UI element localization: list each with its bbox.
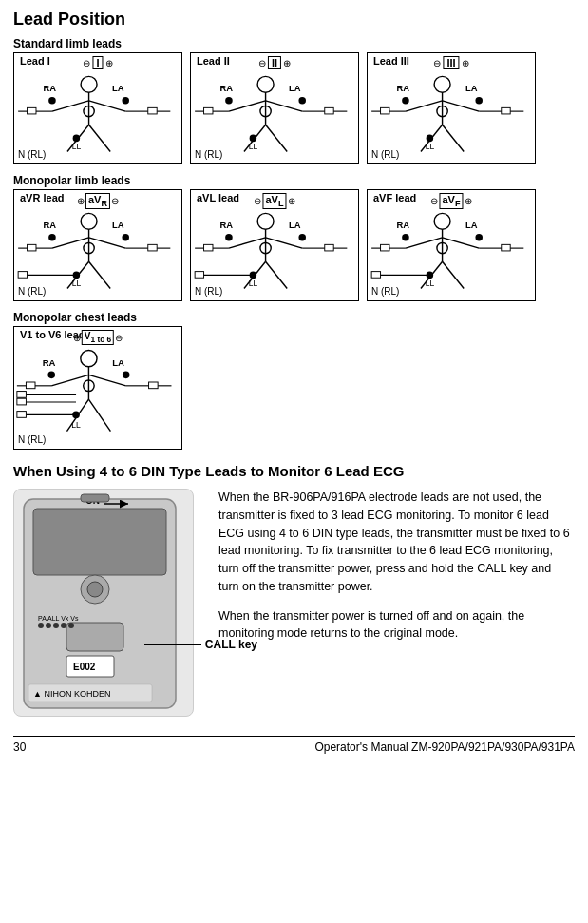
svg-text:RA: RA bbox=[220, 83, 234, 93]
svg-point-60 bbox=[122, 234, 129, 241]
call-key-line bbox=[144, 644, 201, 645]
svg-rect-74 bbox=[148, 244, 157, 251]
lead-i-box: Lead I ⊖ I ⊕ RA LA bbox=[13, 52, 182, 164]
svg-line-109 bbox=[443, 261, 465, 288]
avf-box: aVF lead ⊖ aVF ⊕ RA LA bbox=[367, 189, 536, 301]
v1v6-nrl: N (RL) bbox=[18, 434, 46, 445]
text-content: When the BR-906PA/916PA electrode leads … bbox=[218, 489, 575, 717]
svg-text:LA: LA bbox=[112, 357, 124, 368]
avl-nrl: N (RL) bbox=[195, 286, 222, 297]
svg-text:RA: RA bbox=[397, 83, 410, 93]
svg-rect-119 bbox=[371, 272, 380, 279]
call-key-label: CALL key bbox=[144, 638, 257, 651]
svg-rect-144 bbox=[17, 398, 27, 405]
svg-text:LA: LA bbox=[465, 220, 478, 230]
svg-text:RA: RA bbox=[43, 357, 56, 368]
lead-iii-box: Lead III ⊖ III ⊕ RA LA bbox=[367, 52, 536, 164]
svg-text:PA ALL Vx Vs: PA ALL Vx Vs bbox=[38, 615, 79, 622]
svg-text:LA: LA bbox=[112, 83, 124, 93]
svg-rect-33 bbox=[204, 107, 213, 114]
svg-rect-149 bbox=[66, 623, 123, 651]
device-svg: ON PA ALL Vx Vs bbox=[14, 490, 195, 718]
svg-point-153 bbox=[53, 623, 59, 628]
avl-top-label: aVL lead bbox=[197, 192, 239, 203]
svg-point-161 bbox=[87, 582, 103, 597]
lead-ii-figure: RA LA LL bbox=[191, 67, 358, 160]
avr-nrl: N (RL) bbox=[18, 286, 46, 297]
svg-point-122 bbox=[47, 372, 55, 379]
svg-text:LL: LL bbox=[249, 279, 258, 288]
lead-iii-section-label: Lead III bbox=[373, 55, 409, 67]
svg-text:LA: LA bbox=[112, 220, 124, 230]
device-container: ON PA ALL Vx Vs bbox=[13, 489, 203, 717]
svg-text:E002: E002 bbox=[73, 662, 96, 672]
avl-figure: RA LA LL bbox=[191, 203, 358, 297]
svg-rect-140 bbox=[17, 412, 27, 418]
svg-rect-71 bbox=[28, 244, 36, 251]
svg-point-43 bbox=[434, 76, 450, 92]
svg-point-125 bbox=[81, 351, 97, 367]
svg-rect-137 bbox=[149, 382, 159, 389]
svg-point-151 bbox=[38, 623, 44, 628]
monopolar-limb-row: aVR lead ⊕ aVR ⊖ RA LA bbox=[13, 189, 575, 301]
svg-rect-162 bbox=[81, 494, 109, 502]
footer: 30 Operator's Manual ZM-920PA/921PA/930P… bbox=[13, 736, 575, 754]
svg-point-5 bbox=[81, 76, 97, 92]
svg-rect-92 bbox=[204, 244, 213, 251]
svg-point-81 bbox=[298, 234, 306, 241]
avf-figure: RA LA LL bbox=[368, 203, 535, 297]
svg-rect-17 bbox=[148, 107, 157, 114]
svg-point-2 bbox=[48, 97, 56, 105]
monopolar-limb-label: Monopolar limb leads bbox=[13, 174, 575, 187]
v1-v6-box: V1 to V6 leads ⊕ V1 to 6 ⊖ RA LA bbox=[13, 326, 182, 450]
svg-point-101 bbox=[402, 234, 409, 241]
svg-rect-55 bbox=[502, 107, 510, 114]
svg-point-104 bbox=[434, 213, 450, 229]
v1v6-figure: RA LA LL bbox=[14, 340, 181, 445]
bottom-title: When Using 4 to 6 DIN Type Leads to Moni… bbox=[13, 463, 575, 479]
svg-line-29 bbox=[266, 125, 288, 151]
svg-point-123 bbox=[123, 372, 130, 379]
lead-ii-nrl: N (RL) bbox=[195, 149, 222, 160]
svg-rect-134 bbox=[26, 382, 35, 389]
svg-text:RA: RA bbox=[397, 220, 410, 230]
lead-i-nrl: N (RL) bbox=[18, 149, 46, 160]
svg-text:▲ NIHON KOHDEN: ▲ NIHON KOHDEN bbox=[33, 689, 110, 699]
svg-point-80 bbox=[225, 234, 233, 241]
svg-text:LA: LA bbox=[465, 83, 478, 93]
svg-rect-116 bbox=[502, 244, 510, 251]
lead-ii-box: Lead II ⊖ II ⊕ RA LA bbox=[190, 52, 359, 164]
svg-text:LL: LL bbox=[72, 279, 82, 288]
svg-text:RA: RA bbox=[44, 220, 57, 230]
paragraph-2: When the transmitter power is turned off… bbox=[218, 607, 575, 644]
svg-text:LL: LL bbox=[71, 420, 81, 430]
svg-rect-36 bbox=[325, 107, 333, 114]
svg-text:LA: LA bbox=[289, 220, 301, 230]
standard-limb-row: Lead I ⊖ I ⊕ RA LA bbox=[13, 52, 575, 164]
svg-line-67 bbox=[89, 261, 111, 288]
call-key-text: CALL key bbox=[205, 638, 257, 651]
svg-point-154 bbox=[61, 623, 66, 628]
svg-text:RA: RA bbox=[220, 220, 234, 230]
svg-rect-98 bbox=[195, 272, 203, 279]
standard-limb-label: Standard limb leads bbox=[13, 37, 575, 50]
svg-text:RA: RA bbox=[44, 83, 57, 93]
svg-point-41 bbox=[475, 97, 483, 105]
svg-text:LA: LA bbox=[289, 83, 301, 93]
svg-rect-142 bbox=[17, 392, 27, 398]
svg-rect-52 bbox=[381, 107, 389, 114]
device-image: ON PA ALL Vx Vs bbox=[13, 489, 194, 717]
svg-text:LL: LL bbox=[426, 279, 435, 288]
svg-point-24 bbox=[257, 76, 274, 92]
svg-line-130 bbox=[88, 399, 110, 431]
lead-iii-figure: RA LA LL bbox=[368, 67, 535, 160]
svg-point-22 bbox=[298, 97, 306, 105]
svg-point-155 bbox=[68, 623, 74, 628]
svg-point-62 bbox=[81, 213, 97, 229]
bottom-section: When Using 4 to 6 DIN Type Leads to Moni… bbox=[13, 463, 575, 717]
svg-line-88 bbox=[266, 261, 288, 288]
lead-ii-section-label: Lead II bbox=[197, 55, 230, 67]
svg-text:LL: LL bbox=[426, 142, 435, 151]
lead-i-figure: RA LA bbox=[14, 67, 181, 160]
avl-box: aVL lead ⊖ aVL ⊕ RA LA bbox=[190, 189, 359, 301]
